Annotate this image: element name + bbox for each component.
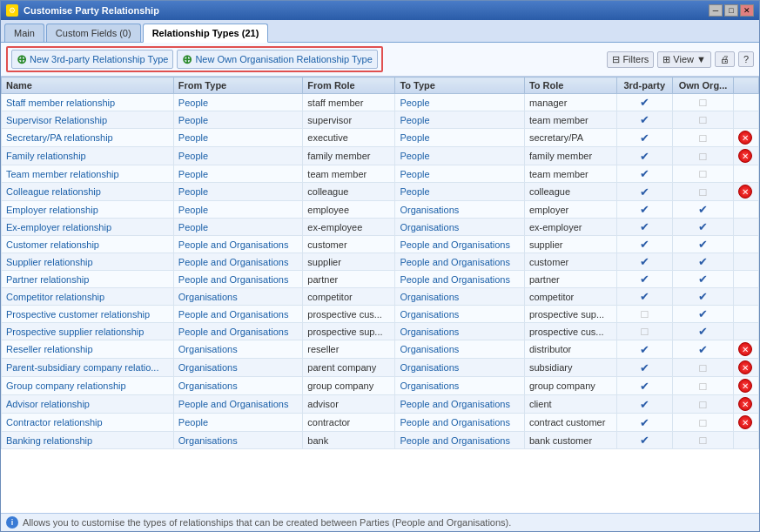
- cell-to-role: supplier: [524, 236, 616, 253]
- cell-to-role: client: [524, 395, 616, 414]
- col-header-own-org: Own Org...: [672, 77, 734, 94]
- col-header-from-type: From Type: [173, 77, 303, 94]
- delete-button[interactable]: ✕: [738, 342, 752, 356]
- check-icon: ✔: [622, 131, 668, 145]
- cell-3rdparty: ✔: [617, 395, 673, 414]
- tab-main[interactable]: Main: [4, 24, 44, 42]
- tab-custom-fields[interactable]: Custom Fields (0): [46, 24, 141, 42]
- delete-button[interactable]: ✕: [738, 131, 752, 145]
- maximize-button[interactable]: □: [724, 4, 738, 17]
- cell-3rdparty: ✔: [617, 94, 673, 111]
- cell-from-role: staff member: [303, 94, 395, 111]
- check-icon: ✔: [622, 416, 668, 429]
- uncheck-icon: □: [677, 380, 730, 393]
- check-icon: ✔: [622, 434, 668, 447]
- check-icon: ✔: [677, 325, 730, 338]
- cell-own-org: ✔: [672, 253, 734, 271]
- uncheck-icon: □: [677, 398, 730, 411]
- new-own-org-label: New Own Organisation Relationship Type: [195, 54, 372, 64]
- print-button[interactable]: 🖨: [715, 51, 735, 67]
- delete-button[interactable]: ✕: [738, 149, 752, 163]
- cell-name: Contractor relationship: [2, 414, 174, 432]
- col-header-name: Name: [2, 77, 174, 94]
- view-label: View: [673, 54, 694, 64]
- cell-3rdparty: ✔: [617, 432, 673, 449]
- cell-name: Ex-employer relationship: [2, 219, 174, 236]
- new-own-org-button[interactable]: ⊕ New Own Organisation Relationship Type: [177, 50, 377, 69]
- cell-from-role: customer: [303, 236, 395, 253]
- delete-button[interactable]: ✕: [738, 397, 752, 411]
- cell-from-type: People and Organisations: [173, 253, 303, 271]
- cell-from-type: Organisations: [173, 359, 303, 377]
- cell-name: Employer relationship: [2, 201, 174, 219]
- cell-name: Prospective customer relationship: [2, 306, 174, 323]
- cell-name: Prospective supplier relationship: [2, 323, 174, 340]
- cell-3rdparty: ✔: [617, 183, 673, 201]
- cell-own-org: □: [672, 414, 734, 432]
- filter-icon: ⊟: [612, 54, 620, 65]
- tab-relationship-types[interactable]: Relationship Types (21): [143, 24, 269, 43]
- delete-button[interactable]: ✕: [738, 379, 752, 393]
- cell-name: Group company relationship: [2, 377, 174, 395]
- cell-delete: [734, 253, 759, 271]
- cell-to-type: Organisations: [395, 323, 525, 340]
- check-icon: ✔: [677, 290, 730, 303]
- cell-own-org: ✔: [672, 219, 734, 236]
- cell-from-type: Organisations: [173, 288, 303, 306]
- table-row: Supplier relationship People and Organis…: [2, 253, 759, 271]
- view-button[interactable]: ⊞ View ▼: [657, 51, 711, 68]
- uncheck-icon: □: [677, 131, 730, 145]
- cell-name: Banking relationship: [2, 432, 174, 449]
- delete-button[interactable]: ✕: [738, 415, 752, 429]
- cell-delete: [734, 306, 759, 323]
- col-header-to-type: To Type: [395, 77, 525, 94]
- cell-delete: [734, 236, 759, 253]
- minimize-button[interactable]: ─: [709, 4, 723, 17]
- cell-from-role: partner: [303, 271, 395, 288]
- window-title: Customise Party Relationship: [24, 5, 159, 16]
- cell-to-role: manager: [524, 94, 616, 111]
- col-header-3rdparty: 3rd-party: [617, 77, 673, 94]
- cell-to-type: People and Organisations: [395, 414, 525, 432]
- uncheck-icon: □: [677, 113, 730, 126]
- info-icon: i: [6, 516, 18, 529]
- check-icon: ✔: [622, 167, 668, 180]
- delete-button[interactable]: ✕: [738, 185, 752, 199]
- close-button[interactable]: ✕: [740, 4, 754, 17]
- tab-bar: Main Custom Fields (0) Relationship Type…: [1, 20, 759, 43]
- check-icon: ✔: [677, 238, 730, 251]
- table-row: Contractor relationship People contracto…: [2, 414, 759, 432]
- new-3rdparty-button[interactable]: ⊕ New 3rd-party Relationship Type: [11, 50, 173, 69]
- cell-to-type: Organisations: [395, 201, 525, 219]
- cell-3rdparty: □: [617, 323, 673, 340]
- status-text: Allows you to customise the types of rel…: [23, 517, 511, 528]
- check-icon: ✔: [622, 113, 668, 126]
- check-icon: ✔: [622, 203, 668, 216]
- table-row: Competitor relationship Organisations co…: [2, 288, 759, 306]
- cell-delete: ✕: [734, 359, 759, 377]
- cell-own-org: □: [672, 94, 734, 111]
- check-icon: ✔: [677, 203, 730, 216]
- delete-button[interactable]: ✕: [738, 360, 752, 374]
- cell-from-role: employee: [303, 201, 395, 219]
- check-icon: ✔: [622, 380, 668, 393]
- cell-from-role: family member: [303, 147, 395, 165]
- cell-to-type: People and Organisations: [395, 271, 525, 288]
- filters-button[interactable]: ⊟ Filters: [607, 51, 654, 68]
- cell-to-type: Organisations: [395, 306, 525, 323]
- cell-name: Competitor relationship: [2, 288, 174, 306]
- cell-own-org: □: [672, 147, 734, 165]
- cell-to-type: People: [395, 183, 525, 201]
- new-3rdparty-label: New 3rd-party Relationship Type: [30, 54, 168, 64]
- check-icon: ✔: [622, 150, 668, 163]
- cell-3rdparty: ✔: [617, 253, 673, 271]
- cell-to-role: subsidiary: [524, 359, 616, 377]
- cell-to-role: secretary/PA: [524, 129, 616, 147]
- table-row: Parent-subsidiary company relatio... Org…: [2, 359, 759, 377]
- help-button[interactable]: ?: [738, 51, 754, 67]
- cell-from-role: contractor: [303, 414, 395, 432]
- cell-name: Colleague relationship: [2, 183, 174, 201]
- cell-to-type: Organisations: [395, 340, 525, 359]
- print-icon: 🖨: [720, 54, 730, 64]
- check-icon: ✔: [622, 96, 668, 109]
